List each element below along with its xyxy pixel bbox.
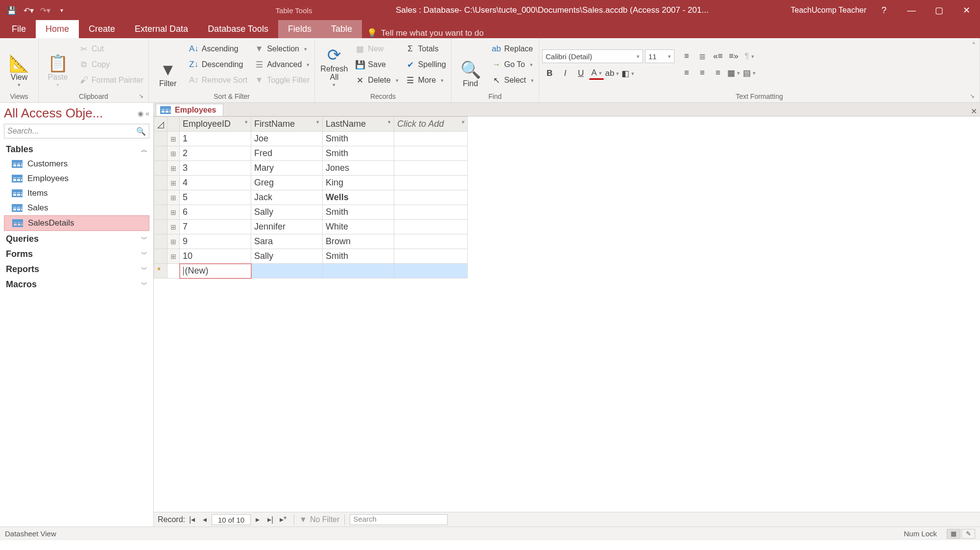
chevron-down-icon[interactable]: ▾ (245, 119, 248, 125)
nav-category-queries[interactable]: Queries︾ (4, 231, 153, 246)
redo-icon[interactable]: ↷▾ (38, 3, 52, 17)
font-name-combo[interactable]: Calibri (Detail)▾ (542, 49, 643, 63)
cell-id[interactable]: 6 (180, 205, 251, 220)
tell-me-search[interactable]: 💡 Tell me what you want to do (367, 28, 484, 38)
save-icon[interactable]: 💾 (5, 3, 19, 17)
row-selector[interactable] (154, 161, 167, 176)
underline-button[interactable]: U (574, 67, 588, 80)
cell-first[interactable]: Sara (251, 234, 323, 249)
record-search-box[interactable]: Search (350, 514, 448, 525)
cell-add[interactable] (394, 146, 468, 161)
goto-button[interactable]: →Go To (490, 57, 536, 72)
tab-home[interactable]: Home (36, 20, 79, 38)
numbering-button[interactable]: ≣ (695, 50, 710, 63)
close-button[interactable]: ✕ (953, 0, 980, 21)
text-direction-button[interactable]: ¶ (742, 50, 757, 63)
cell-id[interactable]: 1 (180, 132, 251, 146)
new-record-button[interactable]: ▦New (353, 42, 400, 56)
datasheet-grid[interactable]: ◿ EmployeeID▾ FirstName▾ LastName▾ Click… (154, 116, 980, 512)
paste-button[interactable]: 📋 Paste ▾ (42, 40, 74, 89)
nav-search-input[interactable]: Search... 🔍 (4, 124, 149, 138)
cell-first[interactable]: Jack (251, 190, 323, 205)
prev-record-button[interactable]: ◂ (199, 514, 211, 525)
collapse-ribbon-icon[interactable]: ˄ (972, 41, 976, 51)
cell-last[interactable]: King (323, 176, 394, 190)
group-label-text[interactable]: Text Formatting (542, 92, 977, 102)
datasheet-view-button[interactable]: ▦ (947, 529, 960, 539)
row-selector[interactable] (154, 249, 167, 264)
close-tab-icon[interactable]: ✕ (971, 107, 977, 116)
increase-indent-button[interactable]: ≡» (726, 50, 741, 63)
select-all-corner[interactable]: ◿ (154, 117, 167, 132)
tab-create[interactable]: Create (79, 20, 125, 38)
document-tab-employees[interactable]: Employees (156, 104, 223, 116)
new-record-nav-button[interactable]: ▸* (277, 514, 289, 525)
cell-add[interactable] (394, 132, 468, 146)
toggle-filter-button[interactable]: ▼Toggle Filter (252, 73, 311, 88)
nav-title[interactable]: All Access Obje... (4, 106, 126, 121)
nav-table-customers[interactable]: Customers (4, 157, 153, 171)
alternate-row-color-button[interactable]: ▤ (742, 67, 757, 79)
nav-category-reports[interactable]: Reports︾ (4, 261, 153, 276)
minimize-button[interactable]: — (898, 0, 925, 21)
cell-id[interactable]: 3 (180, 161, 251, 176)
font-color-button[interactable]: A (589, 67, 604, 80)
cell-last[interactable]: White (323, 220, 394, 234)
bold-button[interactable]: B (542, 67, 557, 80)
cell-id[interactable]: 2 (180, 146, 251, 161)
tab-fields[interactable]: Fields (278, 20, 321, 38)
table-row[interactable]: ⊞5JackWells (154, 190, 468, 205)
tab-database-tools[interactable]: Database Tools (198, 20, 278, 38)
nav-table-sales[interactable]: Sales (4, 201, 153, 215)
cell-add[interactable] (394, 161, 468, 176)
expand-row-button[interactable]: ⊞ (167, 176, 180, 190)
next-record-button[interactable]: ▸ (252, 514, 263, 525)
cell-last[interactable]: Smith (323, 132, 394, 146)
row-selector[interactable] (154, 176, 167, 190)
new-record-row[interactable]: *(New) (154, 264, 468, 278)
font-size-combo[interactable]: 11▾ (645, 49, 674, 63)
gridlines-button[interactable]: ▦ (726, 67, 741, 79)
find-button[interactable]: 🔍 Find (454, 40, 487, 89)
select-button[interactable]: ↖Select (490, 73, 536, 88)
cell-id-new[interactable]: (New) (180, 264, 251, 278)
first-record-button[interactable]: |◂ (186, 514, 198, 525)
row-selector[interactable] (154, 205, 167, 220)
chevron-down-icon[interactable]: ▾ (461, 119, 464, 125)
cell-id[interactable]: 7 (180, 220, 251, 234)
table-row[interactable]: ⊞2FredSmith (154, 146, 468, 161)
design-view-button[interactable]: ✎ (961, 529, 975, 539)
row-selector[interactable] (154, 132, 167, 146)
bullets-button[interactable]: ≡ (679, 50, 694, 63)
align-center-button[interactable]: ≡ (695, 67, 710, 79)
row-selector[interactable] (154, 220, 167, 234)
cell-add[interactable] (394, 190, 468, 205)
ascending-button[interactable]: A↓Ascending (187, 42, 249, 56)
cell-first[interactable]: Joe (251, 132, 323, 146)
decrease-indent-button[interactable]: «≡ (711, 50, 725, 63)
row-selector[interactable] (154, 234, 167, 249)
fill-color-button[interactable]: ◧ (621, 67, 635, 80)
format-painter-button[interactable]: 🖌Format Painter (77, 73, 145, 88)
help-button[interactable]: ? (870, 0, 898, 21)
view-button[interactable]: 📐 View ▾ (3, 40, 35, 89)
filter-indicator[interactable]: ▼No Filter (299, 515, 339, 524)
expand-row-button[interactable]: ⊞ (167, 132, 180, 146)
group-label-clipboard[interactable]: Clipboard (42, 92, 145, 102)
cut-button[interactable]: ✂Cut (77, 42, 145, 56)
cell-first[interactable]: Mary (251, 161, 323, 176)
cell-id[interactable]: 9 (180, 234, 251, 249)
last-record-button[interactable]: ▸| (264, 514, 276, 525)
filter-button[interactable]: ▼ Filter (152, 40, 184, 89)
delete-record-button[interactable]: ✕Delete (353, 73, 400, 88)
nav-collapse-icon[interactable]: « (145, 110, 149, 117)
nav-category-forms[interactable]: Forms︾ (4, 246, 153, 261)
undo-icon[interactable]: ↶▾ (22, 3, 35, 17)
nav-table-salesdetails[interactable]: SalesDetails (4, 215, 149, 231)
nav-category-tables[interactable]: Tables︽ (4, 141, 153, 157)
save-record-button[interactable]: 💾Save (353, 57, 400, 72)
cell-add[interactable] (394, 176, 468, 190)
tab-file[interactable]: File (2, 20, 36, 38)
align-left-button[interactable]: ≡ (679, 67, 694, 79)
spelling-button[interactable]: ✔Spelling (404, 57, 448, 72)
